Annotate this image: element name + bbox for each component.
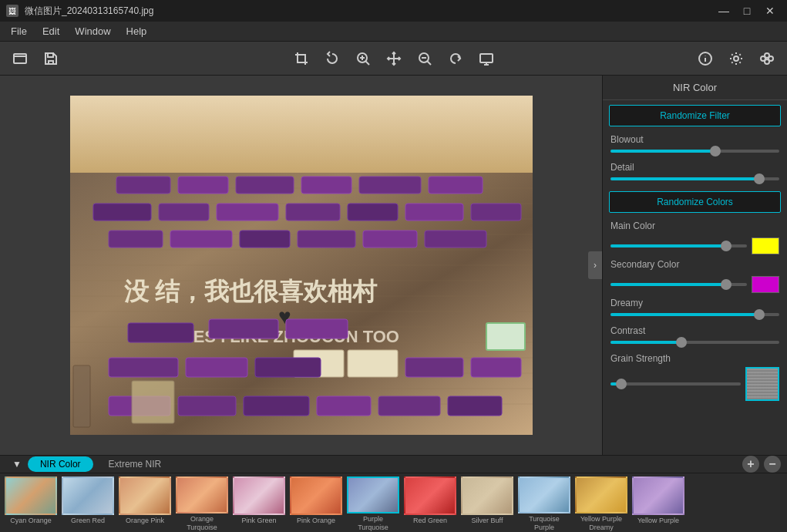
svg-rect-75 [378, 396, 440, 416]
detail-label: Detail [610, 162, 779, 173]
svg-rect-44 [93, 204, 151, 221]
menu-help[interactable]: Help [119, 24, 155, 39]
thumb-img-red-green [404, 476, 456, 515]
tab-controls: + − [742, 456, 781, 473]
thumb-label-green-red: Green Red [71, 517, 105, 525]
menu-window[interactable]: Window [67, 24, 118, 39]
thumb-orange-turquoise[interactable]: Orange Turquoise [174, 476, 230, 532]
settings-tool[interactable] [722, 45, 750, 72]
tab-nir-color[interactable]: NIR Color [28, 456, 93, 472]
thumbnail-strip: Cyan Orange Green Red Orange Pink Orange… [0, 473, 787, 532]
panel-toggle[interactable]: › [588, 251, 602, 279]
thumb-img-green-red [62, 476, 114, 515]
svg-rect-47 [286, 204, 340, 221]
thumb-red-green[interactable]: Red Green [402, 476, 458, 532]
thumb-label-yellow-purple-dreamy: Yellow Purple Dreamy [575, 515, 627, 532]
display-tool[interactable] [473, 45, 500, 72]
contrast-label: Contrast [610, 325, 779, 336]
thumb-img-yellow-purple [632, 476, 684, 515]
thumb-green-red[interactable]: Green Red [60, 476, 116, 532]
toolbar [0, 42, 787, 76]
thumb-silver-buff[interactable]: Silver Buff [459, 476, 515, 532]
menu-edit[interactable]: Edit [35, 24, 67, 39]
thumb-yellow-purple-dreamy[interactable]: Yellow Purple Dreamy [573, 476, 629, 532]
svg-rect-74 [317, 396, 371, 416]
remove-tab-button[interactable]: − [764, 456, 781, 473]
secondary-color-thumb[interactable] [721, 279, 732, 290]
thumb-yellow-purple[interactable]: Yellow Purple [631, 476, 686, 532]
randomize-filter-button[interactable]: Randomize Filter [609, 105, 781, 126]
move-tool[interactable] [380, 45, 408, 72]
grain-thumb[interactable] [616, 379, 627, 389]
rotate-tool[interactable] [318, 45, 346, 72]
app-icon: 🖼 [6, 5, 18, 17]
toolbar-left [6, 45, 65, 72]
detail-track[interactable] [610, 177, 779, 180]
dreamy-label: Dreamy [610, 298, 779, 308]
open-tool[interactable] [6, 45, 34, 72]
blowout-label: Blowout [610, 134, 779, 145]
panel-title: NIR Color [603, 76, 787, 100]
window-buttons: — □ ✕ [713, 3, 781, 19]
randomize-colors-button[interactable]: Randomize Colors [609, 191, 781, 213]
svg-rect-46 [217, 204, 278, 221]
thumb-img-orange-pink [119, 476, 171, 515]
thumb-pink-green[interactable]: Pink Green [231, 476, 287, 532]
dreamy-thumb[interactable] [754, 309, 765, 320]
svg-rect-70 [486, 323, 525, 350]
svg-rect-78 [73, 365, 90, 427]
main-color-swatch[interactable] [752, 237, 779, 254]
svg-rect-45 [159, 204, 209, 221]
dreamy-track[interactable] [610, 313, 779, 316]
detail-thumb[interactable] [754, 173, 765, 184]
maximize-button[interactable]: □ [736, 3, 758, 19]
contrast-fill [610, 341, 681, 344]
minimize-button[interactable]: — [713, 3, 735, 19]
svg-point-15 [705, 56, 706, 56]
svg-rect-67 [255, 358, 321, 377]
main-color-row: Main Color [603, 217, 787, 234]
svg-rect-38 [116, 177, 170, 194]
thumb-img-turquoise-purple [518, 476, 570, 513]
svg-point-20 [765, 59, 769, 64]
thumb-label-pink-orange: Pink Orange [297, 517, 335, 525]
secondary-color-swatch[interactable] [752, 276, 779, 293]
contrast-track[interactable] [610, 341, 779, 344]
filter-tabs-bar: ▼ NIR Color Extreme NIR + − [0, 455, 787, 473]
thumb-img-pink-green [233, 476, 285, 515]
thumb-label-yellow-purple: Yellow Purple [637, 517, 679, 525]
dreamy-slider-row: Dreamy [603, 295, 787, 322]
main-color-track[interactable] [610, 244, 747, 247]
thumb-img-cyan-orange [5, 476, 57, 515]
canvas-area: 没 结，我也很喜欢柚村 YES I LIKE ZHOUCUN TOO ♥ [0, 76, 602, 455]
thumb-turquoise-purple[interactable]: Turquoise Purple [516, 476, 572, 532]
blowout-thumb[interactable] [710, 146, 721, 157]
crop-tool[interactable] [288, 45, 315, 72]
redo-tool[interactable] [442, 45, 469, 72]
svg-rect-56 [425, 231, 486, 247]
thumb-orange-pink[interactable]: Orange Pink [117, 476, 173, 532]
grain-track[interactable] [610, 382, 741, 386]
info-tool[interactable] [691, 45, 719, 72]
blowout-track[interactable] [610, 150, 779, 153]
thumb-label-silver-buff: Silver Buff [472, 517, 503, 525]
tab-extreme-nir[interactable]: Extreme NIR [96, 456, 174, 472]
add-tab-button[interactable]: + [742, 456, 759, 473]
thumb-pink-orange[interactable]: Pink Orange [288, 476, 344, 532]
menu-file[interactable]: File [3, 24, 35, 39]
svg-rect-60 [209, 319, 278, 338]
secondary-color-row: Secondary Color [603, 256, 787, 273]
svg-rect-49 [405, 204, 463, 221]
close-button[interactable]: ✕ [759, 3, 781, 19]
zoom-out-tool[interactable] [411, 45, 439, 72]
effects-tool[interactable] [753, 45, 781, 72]
save-tool[interactable] [37, 45, 65, 72]
thumb-purple-turquoise[interactable]: Purple Turquoise [345, 476, 401, 532]
zoom-in-tool[interactable] [349, 45, 377, 72]
secondary-color-track[interactable] [610, 283, 747, 286]
contrast-thumb[interactable] [676, 337, 687, 348]
thumb-cyan-orange[interactable]: Cyan Orange [3, 476, 59, 532]
svg-rect-65 [109, 358, 178, 377]
main-color-thumb[interactable] [721, 241, 732, 251]
collapse-icon[interactable]: ▼ [12, 459, 22, 470]
